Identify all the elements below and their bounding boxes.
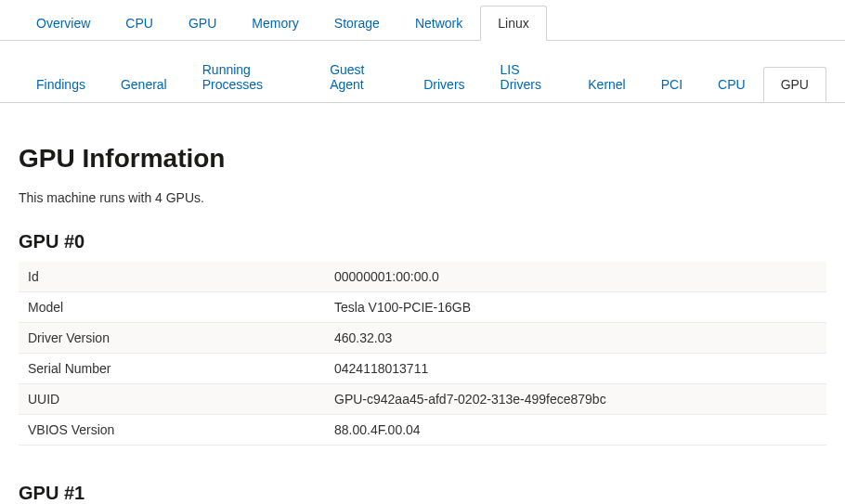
tab-memory[interactable]: Memory — [234, 6, 317, 40]
property-value: GPU-c942aa45-afd7-0202-313e-499fece879bc — [325, 384, 826, 415]
tab-overview[interactable]: Overview — [19, 6, 108, 40]
table-row: UUIDGPU-c942aa45-afd7-0202-313e-499fece8… — [19, 384, 826, 415]
tab-cpu[interactable]: CPU — [108, 6, 171, 40]
subtab-gpu[interactable]: GPU — [763, 67, 826, 102]
property-label: VBIOS Version — [19, 415, 325, 446]
property-value: Tesla V100-PCIE-16GB — [325, 292, 826, 323]
table-row: VBIOS Version88.00.4F.00.04 — [19, 415, 826, 446]
table-row: ModelTesla V100-PCIE-16GB — [19, 292, 826, 323]
primary-tab-row: OverviewCPUGPUMemoryStorageNetworkLinux — [0, 0, 845, 40]
subtab-general[interactable]: General — [103, 67, 185, 101]
property-value: 88.00.4F.00.04 — [325, 415, 826, 446]
subtab-cpu[interactable]: CPU — [700, 67, 763, 101]
property-value: 00000001:00:00.0 — [325, 262, 826, 292]
page-title: GPU Information — [19, 144, 826, 174]
table-row: Driver Version460.32.03 — [19, 323, 826, 354]
subtab-lis-drivers[interactable]: LIS Drivers — [483, 52, 571, 101]
property-value: 0424118013711 — [325, 354, 826, 384]
property-label: Driver Version — [19, 323, 325, 354]
gpu-info-table: Id00000001:00:00.0ModelTesla V100-PCIE-1… — [19, 262, 826, 446]
property-label: Serial Number — [19, 354, 325, 384]
content-area: GPU Information This machine runs with 4… — [0, 103, 845, 504]
tab-linux[interactable]: Linux — [480, 6, 546, 41]
table-row: Serial Number0424118013711 — [19, 354, 826, 384]
table-row: Id00000001:00:00.0 — [19, 262, 826, 292]
subtab-drivers[interactable]: Drivers — [406, 67, 482, 101]
subtab-pci[interactable]: PCI — [644, 67, 700, 101]
subtab-kernel[interactable]: Kernel — [570, 67, 643, 101]
tab-network[interactable]: Network — [397, 6, 480, 40]
page-description: This machine runs with 4 GPUs. — [19, 190, 826, 205]
property-label: UUID — [19, 384, 325, 415]
tab-gpu[interactable]: GPU — [171, 6, 234, 40]
subtab-findings[interactable]: Findings — [19, 67, 103, 101]
secondary-tab-row: FindingsGeneralRunning ProcessesGuest Ag… — [0, 41, 845, 102]
subtab-guest-agent[interactable]: Guest Agent — [312, 52, 406, 101]
property-value: 460.32.03 — [325, 323, 826, 354]
property-label: Id — [19, 262, 325, 292]
gpu-section-heading: GPU #0 — [19, 231, 826, 252]
gpu-section-heading: GPU #1 — [19, 483, 826, 504]
property-label: Model — [19, 292, 325, 323]
subtab-running-processes[interactable]: Running Processes — [185, 52, 312, 101]
tab-storage[interactable]: Storage — [317, 6, 397, 40]
